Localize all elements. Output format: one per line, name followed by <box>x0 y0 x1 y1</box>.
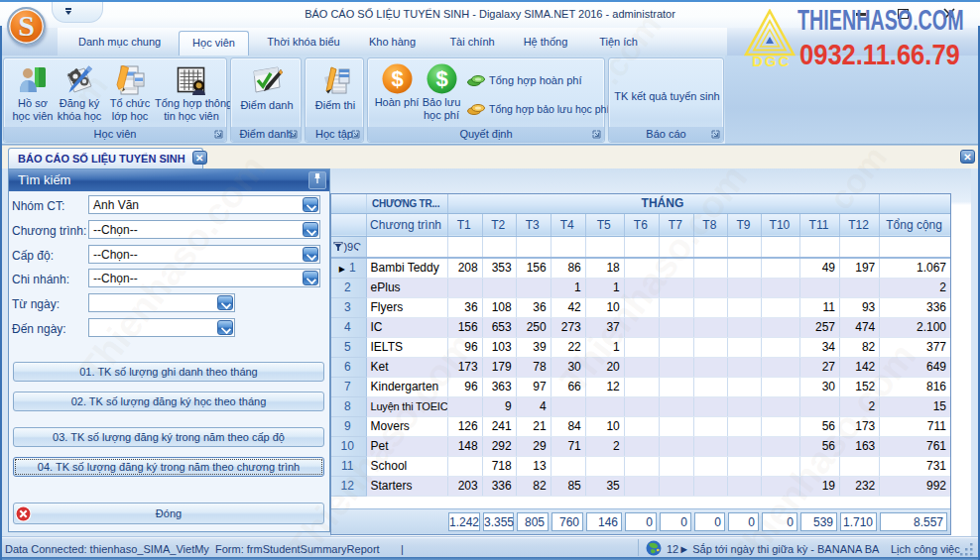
svg-text:$: $ <box>391 66 403 91</box>
svg-text:$: $ <box>435 66 447 91</box>
